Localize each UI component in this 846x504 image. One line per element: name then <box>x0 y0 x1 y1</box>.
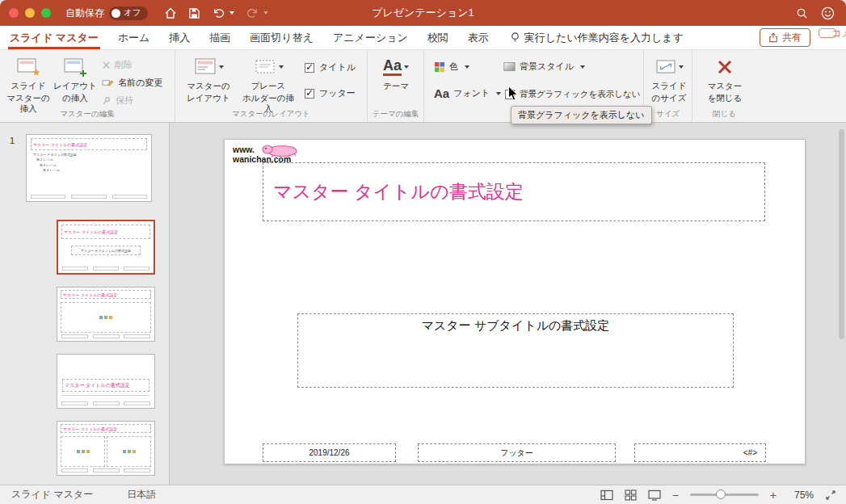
insert-placeholder-button[interactable]: プレース ホルダーの挿入 <box>240 55 297 114</box>
view-name-label: スライド マスター <box>11 488 93 502</box>
group-master-edit: スライド マスターの挿入 レイアウト の挿入 削除 名前の変更 保持 マスターの… <box>0 50 175 122</box>
date-placeholder[interactable]: 2019/12/26 <box>263 443 396 462</box>
title-placeholder[interactable]: マスター タイトルの書式設定 <box>263 162 765 221</box>
thumbnail-title-layout[interactable]: マスター タイトルの書式設定 マスター サブタイトルの書式設定 <box>57 220 155 275</box>
themes-dropdown-icon <box>404 65 409 69</box>
tell-me-box[interactable]: 実行したい作業内容を入力します <box>510 31 684 45</box>
zoom-slider-knob[interactable] <box>716 489 726 499</box>
footer-checkbox-box[interactable] <box>305 89 314 99</box>
search-button[interactable] <box>796 7 808 19</box>
minimize-window-button[interactable] <box>25 8 35 18</box>
thumb-subtitle-text: マスター サブタイトルの書式設定 <box>71 246 141 255</box>
thumbnail-section-layout[interactable]: マスター タイトルの書式設定 <box>57 354 155 409</box>
insert-placeholder-icon <box>254 58 276 76</box>
zoom-slider[interactable] <box>690 494 759 496</box>
slideshow-view-button[interactable] <box>648 489 661 501</box>
thumbnail-two-content-layout[interactable]: マスター タイトルの書式設定 <box>57 421 155 476</box>
slide-sorter-view-button[interactable] <box>625 489 637 501</box>
wanichan-logo: www. wanichan.com <box>233 145 291 164</box>
vertical-scrollbar[interactable] <box>839 129 844 339</box>
search-icon <box>796 7 808 19</box>
ribbon-tab-bar: スライド マスター ホーム 挿入 描画 画面切り替え アニメーション 校閲 表示… <box>0 26 846 50</box>
normal-view-icon <box>600 489 613 501</box>
close-master-button[interactable]: マスター を閉じる <box>701 55 748 103</box>
tab-view[interactable]: 表示 <box>458 26 499 49</box>
thumbnail-content-layout[interactable]: マスター タイトルの書式設定 <box>57 287 155 342</box>
thumb-content-box <box>61 436 105 467</box>
redo-button[interactable] <box>246 7 268 19</box>
zoom-level[interactable]: 75% <box>788 489 814 501</box>
group-close: マスター を閉じる 閉じる <box>692 50 756 122</box>
thumb-footer-row <box>61 334 150 338</box>
rename-button[interactable]: 名前の変更 <box>102 77 162 89</box>
hide-background-graphics-checkbox[interactable]: 背景グラフィックを表示しない <box>505 89 640 100</box>
tab-animations[interactable]: アニメーション <box>323 26 418 49</box>
undo-icon <box>212 7 225 19</box>
group-label-close: 閉じる <box>692 109 756 120</box>
insert-layout-icon <box>63 57 87 78</box>
home-button[interactable] <box>164 6 177 19</box>
insert-layout-button[interactable]: レイアウト の挿入 <box>52 55 99 103</box>
footer-placeholder[interactable]: フッター <box>418 443 616 462</box>
btn-label-line: スライド <box>11 81 46 91</box>
fit-to-window-icon <box>825 489 836 501</box>
delete-button[interactable]: 削除 <box>102 59 133 71</box>
normal-view-button[interactable] <box>600 489 613 501</box>
subtitle-placeholder[interactable]: マスター サブタイトルの書式設定 <box>297 313 734 388</box>
ribbon: スライド マスターの挿入 レイアウト の挿入 削除 名前の変更 保持 マスターの… <box>0 50 846 123</box>
master-layout-button[interactable]: マスターの レイアウト <box>183 55 234 103</box>
themes-button[interactable]: Aa テーマ <box>372 55 419 91</box>
hide-background-graphics-label: 背景グラフィックを表示しない <box>520 89 640 100</box>
slide-size-button[interactable]: スライド のサイズ <box>646 55 692 103</box>
themes-icon: Aa <box>383 58 402 76</box>
maximize-window-button[interactable] <box>41 8 51 18</box>
share-button[interactable]: 共有 <box>760 28 810 47</box>
insert-slide-master-button[interactable]: スライド マスターの挿入 <box>5 55 52 114</box>
comments-button[interactable]: コメント <box>819 28 836 38</box>
save-button[interactable] <box>188 7 200 19</box>
colors-button[interactable]: 色 <box>434 61 469 73</box>
thumbnail-master[interactable]: マスター タイトルの書式設定 マスター テキストの書式設定 第 2 レベル 第 … <box>26 134 152 202</box>
titlebar: 自動保存 オフ プレゼンテーション1 <box>0 0 846 26</box>
slide-size-icon <box>655 58 676 76</box>
thumb-footer-row <box>61 401 150 405</box>
slide-sorter-icon <box>625 489 637 501</box>
background-styles-icon <box>503 61 516 72</box>
tab-insert[interactable]: 挿入 <box>159 26 200 49</box>
close-window-button[interactable] <box>9 8 19 18</box>
autosave-control[interactable]: 自動保存 オフ <box>65 6 148 20</box>
thumb-title-text: マスター タイトルの書式設定 <box>33 142 87 147</box>
tab-review[interactable]: 校閲 <box>418 26 458 49</box>
btn-label-line: の挿入 <box>62 93 88 103</box>
redo-icon <box>246 7 259 19</box>
fonts-button[interactable]: Aa フォント <box>434 87 501 99</box>
title-checkbox[interactable]: タイトル <box>305 61 356 74</box>
btn-label-line: マスターの <box>187 81 229 91</box>
language-button[interactable]: 日本語 <box>127 488 156 502</box>
zoom-in-button[interactable]: + <box>770 489 777 502</box>
thumb-title-text: マスター タイトルの書式設定 <box>65 382 130 389</box>
btn-label-line: を閉じる <box>708 93 743 103</box>
title-checkbox-box[interactable] <box>305 63 314 73</box>
master-layout-icon <box>194 57 217 77</box>
feedback-button[interactable] <box>821 6 835 20</box>
zoom-out-button[interactable]: − <box>672 489 679 502</box>
background-styles-button[interactable]: 背景スタイル <box>503 61 585 73</box>
tab-home[interactable]: ホーム <box>108 26 160 49</box>
slidenumber-placeholder[interactable]: <#> <box>634 443 766 462</box>
fit-slide-button[interactable] <box>825 489 836 501</box>
slide-master-editing-surface[interactable]: www. wanichan.com マスター タイトルの書式設定 マスター サブ… <box>224 139 806 464</box>
fonts-dropdown-icon <box>496 92 501 95</box>
footer-checkbox[interactable]: フッター <box>305 87 356 99</box>
home-icon <box>164 6 177 19</box>
insert-slide-master-icon <box>16 57 40 78</box>
tab-draw[interactable]: 描画 <box>200 26 240 49</box>
tab-slide-master[interactable]: スライド マスター <box>0 26 108 49</box>
autosave-toggle[interactable]: オフ <box>109 6 148 20</box>
undo-dropdown-icon[interactable] <box>229 11 234 15</box>
preserve-button[interactable]: 保持 <box>102 94 133 107</box>
undo-button[interactable] <box>212 7 234 19</box>
autosave-state: オフ <box>124 7 141 19</box>
tab-transitions[interactable]: 画面切り替え <box>240 26 323 49</box>
group-label-theme-edit: テーマの編集 <box>368 109 423 120</box>
